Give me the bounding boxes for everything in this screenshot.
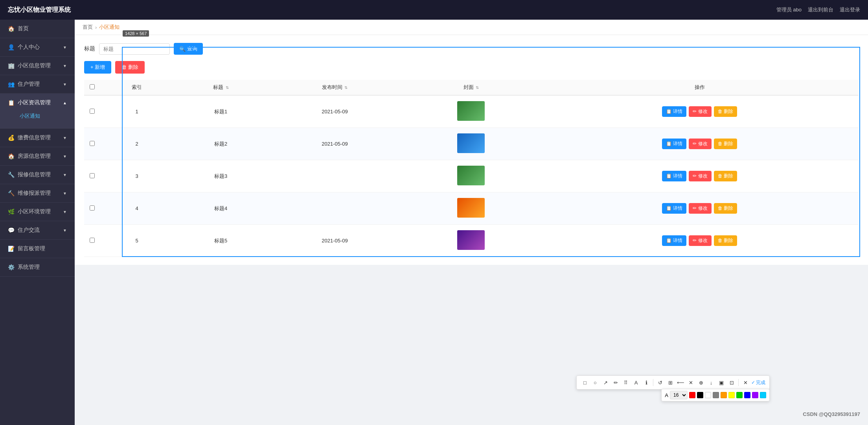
sidebar-item-residents[interactable]: 👥 住户管理 ▼ — [0, 75, 75, 94]
tool-download[interactable]: ↓ — [707, 378, 715, 387]
edit-button[interactable]: ✏ 修改 — [689, 235, 711, 246]
tool-done[interactable]: ✓ 完成 — [751, 379, 765, 386]
color-red[interactable] — [689, 392, 695, 398]
delete-row-button[interactable]: 🗑 删除 — [714, 203, 737, 214]
color-gray[interactable] — [713, 392, 719, 398]
sidebar-item-maintenance[interactable]: 🔨 维修报派管理 ▼ — [0, 184, 75, 203]
title-sort-icon: ⇅ — [226, 85, 229, 90]
sidebar-item-label: 缴费信息管理 — [18, 134, 51, 141]
search-input[interactable] — [99, 43, 170, 55]
breadcrumb-home[interactable]: 首页 — [83, 24, 93, 31]
forum-icon: 💬 — [8, 227, 15, 233]
color-yellow[interactable] — [728, 392, 735, 398]
tool-close[interactable]: ✕ — [741, 378, 750, 387]
sidebar-item-profile[interactable]: 👤 个人中心 ▼ — [0, 38, 75, 57]
breadcrumb: 首页 › 小区通知 — [75, 20, 868, 35]
annotation-toolbar: □ ○ ↗ ✏ ⠿ A ℹ ↺ ⊞ ⟵ ✕ ⊕ ↓ ▣ ⊡ ✕ ✓ 完成 — [576, 375, 770, 390]
font-size-select[interactable]: 16 12 14 18 20 24 — [670, 391, 688, 399]
row-checkbox[interactable] — [90, 173, 95, 178]
col-title[interactable]: 标题 ⇅ — [174, 80, 268, 95]
tool-cross[interactable]: ✕ — [686, 378, 695, 387]
cell-index: 1 — [100, 95, 174, 128]
detail-button[interactable]: 📋 详情 — [662, 235, 686, 246]
data-table: 索引 标题 ⇅ 发布时间 ⇅ 封面 ⇅ — [84, 80, 859, 257]
color-cyan[interactable] — [760, 392, 766, 398]
detail-button[interactable]: 📋 详情 — [662, 139, 686, 149]
font-label: A — [665, 392, 668, 398]
tool-grid[interactable]: ⊞ — [666, 378, 675, 387]
tool-text[interactable]: A — [632, 378, 640, 387]
color-picker-row: A 16 12 14 18 20 24 — [661, 389, 770, 401]
tool-info[interactable]: ℹ — [642, 378, 651, 387]
tool-mosaic[interactable]: ⠿ — [622, 378, 630, 387]
tool-pin[interactable]: ⊡ — [727, 378, 736, 387]
tool-select[interactable]: ⟵ — [676, 378, 685, 387]
edit-button[interactable]: ✏ 修改 — [689, 139, 711, 149]
color-white[interactable] — [705, 392, 711, 398]
delete-row-button[interactable]: 🗑 删除 — [714, 171, 737, 181]
tool-circle[interactable]: ○ — [591, 378, 600, 387]
admin-label: 管理员 abo — [776, 6, 802, 13]
sidebar-item-environment[interactable]: 🌿 小区环境管理 ▼ — [0, 203, 75, 221]
cell-ops: 📋 详情 ✏ 修改 🗑 删除 — [541, 225, 859, 257]
sidebar-item-forum[interactable]: 💬 住户交流 ▼ — [0, 221, 75, 240]
sidebar-item-repair[interactable]: 🔧 报修信息管理 ▼ — [0, 166, 75, 184]
tool-arrow[interactable]: ↗ — [601, 378, 610, 387]
sidebar-item-label: 系统管理 — [18, 264, 40, 271]
tool-rect[interactable]: □ — [581, 378, 589, 387]
sidebar-item-board[interactable]: 📝 留言板管理 — [0, 240, 75, 258]
sidebar-item-fees[interactable]: 💰 缴费信息管理 ▼ — [0, 129, 75, 147]
sidebar-item-community-info[interactable]: 🏢 小区信息管理 ▼ — [0, 57, 75, 75]
edit-button[interactable]: ✏ 修改 — [689, 171, 711, 181]
detail-button[interactable]: 📋 详情 — [662, 171, 686, 181]
color-orange[interactable] — [721, 392, 727, 398]
delete-row-button[interactable]: 🗑 删除 — [714, 139, 737, 149]
sidebar-item-news[interactable]: 📋 小区资讯管理 ▲ 小区通知 — [0, 94, 75, 129]
color-blue[interactable] — [744, 392, 750, 398]
cell-date: 2021-05-09 — [268, 128, 401, 160]
delete-row-button[interactable]: 🗑 删除 — [714, 106, 737, 117]
col-date[interactable]: 发布时间 ⇅ — [268, 80, 401, 95]
detail-button[interactable]: 📋 详情 — [662, 203, 686, 214]
tool-target[interactable]: ⊕ — [697, 378, 705, 387]
back-button[interactable]: 退出到前台 — [808, 6, 833, 13]
tool-pen[interactable]: ✏ — [611, 378, 620, 387]
delete-icon: 🗑 — [121, 64, 127, 70]
add-button[interactable]: + 新增 — [84, 61, 111, 74]
tool-undo[interactable]: ↺ — [656, 378, 664, 387]
sidebar-item-system[interactable]: ⚙️ 系统管理 — [0, 258, 75, 277]
sidebar-item-home[interactable]: 🏠 首页 — [0, 20, 75, 38]
edit-button[interactable]: ✏ 修改 — [689, 203, 711, 214]
col-cover[interactable]: 封面 ⇅ — [402, 80, 541, 95]
sidebar-item-label: 维修报派管理 — [18, 190, 51, 197]
color-green[interactable] — [736, 392, 743, 398]
logout-button[interactable]: 退出登录 — [840, 6, 860, 13]
navbar-actions: 管理员 abo 退出到前台 退出登录 — [776, 6, 860, 13]
bulk-delete-button[interactable]: 🗑 删除 — [115, 61, 145, 74]
query-button[interactable]: 🔍 查询 — [174, 43, 203, 55]
edit-button[interactable]: ✏ 修改 — [689, 106, 711, 117]
fees-icon: 💰 — [8, 135, 15, 141]
select-all-checkbox[interactable] — [90, 84, 95, 89]
row-checkbox[interactable] — [90, 109, 95, 114]
sidebar-sub-item-notice[interactable]: 小区通知 — [16, 109, 40, 123]
color-purple[interactable] — [752, 392, 758, 398]
row-checkbox[interactable] — [90, 141, 95, 146]
row-checkbox[interactable] — [90, 238, 95, 243]
cell-date: 2021-05-09 — [268, 95, 401, 128]
sidebar-item-houses[interactable]: 🏠 房源信息管理 ▼ — [0, 147, 75, 166]
residents-icon: 👥 — [8, 81, 15, 87]
tool-crop[interactable]: ▣ — [717, 378, 726, 387]
sidebar-item-label: 小区信息管理 — [18, 62, 51, 69]
op-btns: 📋 详情 ✏ 修改 🗑 删除 — [545, 203, 854, 214]
cell-title: 标题5 — [174, 225, 268, 257]
delete-row-button[interactable]: 🗑 删除 — [714, 235, 737, 246]
breadcrumb-sep: › — [95, 24, 97, 30]
row-checkbox[interactable] — [90, 205, 95, 211]
delete-label: 删除 — [128, 64, 138, 70]
date-sort-icon: ⇅ — [344, 85, 348, 90]
app-title: 忘忧小区物业管理系统 — [8, 6, 71, 14]
maintenance-icon: 🔨 — [8, 190, 15, 196]
detail-button[interactable]: 📋 详情 — [662, 106, 686, 117]
color-black[interactable] — [697, 392, 703, 398]
